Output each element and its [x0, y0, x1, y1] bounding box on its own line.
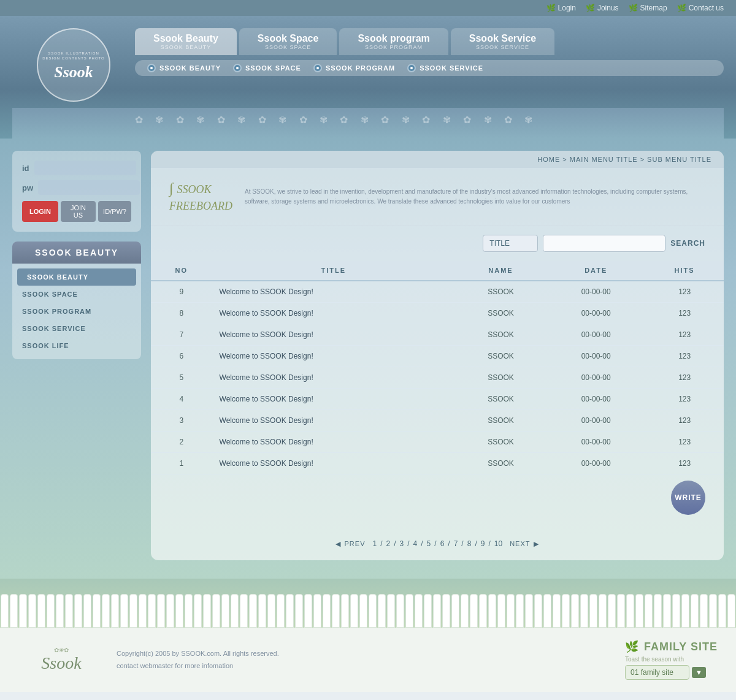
fence-post [10, 594, 18, 628]
cell-name: SSOOK [455, 453, 546, 474]
sub-nav-space[interactable]: SSOOK SPACE [233, 64, 301, 72]
sub-nav-service[interactable]: SSOOK SERVICE [407, 64, 483, 72]
fence-post [65, 594, 73, 628]
id-input[interactable] [34, 161, 136, 175]
sidebar-item-life[interactable]: SSOOK LIFE [12, 337, 141, 354]
pw-field: pw [22, 180, 131, 195]
search-button[interactable]: SEARCH [670, 239, 705, 248]
sub-nav-dot-program [313, 64, 322, 72]
cell-date: 00-00-00 [546, 303, 645, 324]
fence-post [626, 594, 634, 628]
footer-logo-area: ✿❀✿ Ssook [18, 647, 104, 673]
cell-hits: 123 [645, 367, 724, 389]
login-button[interactable]: LOGIN [22, 201, 58, 222]
sub-nav-beauty[interactable]: SSOOK BEAUTY [147, 64, 221, 72]
cell-title[interactable]: Welcome to SSOOK Design! [212, 346, 455, 367]
join-button[interactable]: JOIN US [61, 201, 96, 222]
fence-post [562, 594, 570, 628]
fence-post [672, 594, 680, 628]
fence-post [442, 594, 450, 628]
cell-date: 00-00-00 [546, 389, 645, 410]
search-select[interactable]: TITLE NAME CONTENT [483, 235, 538, 252]
next-nav[interactable]: ▶ [534, 540, 539, 548]
next-label[interactable]: NEXT [510, 540, 530, 547]
nav-tab-beauty[interactable]: Ssook Beauty SSOOK BEAUTY [135, 28, 237, 55]
page-3[interactable]: 3 [400, 539, 404, 548]
cell-hits: 123 [645, 432, 724, 453]
fence-post [497, 594, 505, 628]
logo-text: Ssook [54, 63, 93, 82]
page-10[interactable]: 10 [494, 539, 502, 548]
main-nav: Ssook Beauty SSOOK BEAUTY Ssook Space SS… [135, 22, 724, 76]
sidebar-item-beauty[interactable]: SSOOK BEAUTY [17, 268, 136, 286]
cell-hits: 123 [645, 410, 724, 432]
prev-label[interactable]: PREV [345, 540, 366, 547]
id-field: id [22, 161, 131, 175]
page-4[interactable]: 4 [413, 539, 418, 548]
top-bar: 🌿 Login 🌿 Joinus 🌿 Sitemap 🌿 Contact us [0, 0, 736, 16]
sidebar-item-program[interactable]: SSOOK PROGRAM [12, 303, 141, 320]
login-link[interactable]: 🌿 Login [546, 4, 576, 12]
joinus-link[interactable]: 🌿 Joinus [586, 4, 619, 12]
nav-tab-program[interactable]: Ssook program SSOOK PROGRAM [339, 28, 448, 55]
pw-input[interactable] [38, 180, 140, 195]
fence-post [102, 594, 110, 628]
page-9[interactable]: 9 [481, 539, 485, 548]
select-arrow-icon[interactable]: ▼ [692, 667, 706, 678]
prev-nav[interactable]: ◀ [335, 540, 341, 548]
cell-title[interactable]: Welcome to SSOOK Design! [212, 389, 455, 410]
fence-post [350, 594, 358, 628]
cell-title[interactable]: Welcome to SSOOK Design! [212, 281, 455, 303]
page-8[interactable]: 8 [467, 539, 472, 548]
fence-post [129, 594, 137, 628]
cell-no: 1 [151, 453, 212, 474]
cell-title[interactable]: Welcome to SSOOK Design! [212, 432, 455, 453]
fence-post [194, 594, 202, 628]
sidebar-item-space[interactable]: SSOOK SPACE [12, 286, 141, 303]
fence-post [139, 594, 147, 628]
fence-post [56, 594, 64, 628]
table-row: 8 Welcome to SSOOK Design! SSOOK 00-00-0… [151, 303, 724, 324]
cell-title[interactable]: Welcome to SSOOK Design! [212, 324, 455, 346]
sub-nav-program[interactable]: SSOOK PROGRAM [313, 64, 395, 72]
page-1[interactable]: 1 [372, 539, 377, 548]
cell-name: SSOOK [455, 389, 546, 410]
sidebar: id pw LOGIN JOIN US ID/PW? SSOOK BEAUTY … [12, 151, 141, 560]
fence-post [369, 594, 377, 628]
idpw-button[interactable]: ID/PW? [98, 201, 131, 222]
contact-link[interactable]: 🌿 Contact us [677, 4, 724, 12]
pagination: ◀ PREV 1 / 2 / 3 / 4 / 5 / 6 / 7 / 8 / 9… [151, 527, 724, 560]
fence-post [405, 594, 413, 628]
family-site-select[interactable]: 01 family site 02 family site 03 family … [625, 665, 689, 680]
logo-circle[interactable]: SSOOK ILLUSTRATION DESIGN CONTENTS PHOTO… [37, 28, 110, 102]
cell-hits: 123 [645, 453, 724, 474]
fence-post [387, 594, 395, 628]
page-div-8: / [475, 539, 477, 548]
sitemap-link[interactable]: 🌿 Sitemap [629, 4, 667, 12]
nav-tab-space[interactable]: Ssook Space SSOOK SPACE [239, 28, 337, 55]
fence-post [304, 594, 312, 628]
table-row: 7 Welcome to SSOOK Design! SSOOK 00-00-0… [151, 324, 724, 346]
page-2[interactable]: 2 [386, 539, 391, 548]
fence-post [691, 594, 699, 628]
family-site-title: 🌿 FAMILY SITE [625, 640, 718, 653]
page-div-2: / [394, 539, 396, 548]
cell-title[interactable]: Welcome to SSOOK Design! [212, 410, 455, 432]
cell-title[interactable]: Welcome to SSOOK Design! [212, 303, 455, 324]
cell-hits: 123 [645, 303, 724, 324]
cell-date: 00-00-00 [546, 432, 645, 453]
page-5[interactable]: 5 [427, 539, 431, 548]
cell-name: SSOOK [455, 346, 546, 367]
cell-title[interactable]: Welcome to SSOOK Design! [212, 367, 455, 389]
cell-title[interactable]: Welcome to SSOOK Design! [212, 453, 455, 474]
sidebar-item-service[interactable]: SSOOK SERVICE [12, 320, 141, 337]
fence-post [203, 594, 211, 628]
fence-post [461, 594, 469, 628]
page-7[interactable]: 7 [454, 539, 458, 548]
cell-no: 4 [151, 389, 212, 410]
fence-post [718, 594, 726, 628]
page-6[interactable]: 6 [440, 539, 445, 548]
nav-tab-service[interactable]: Ssook Service SSOOK SERVICE [451, 28, 554, 55]
search-input[interactable] [543, 235, 665, 252]
write-button[interactable]: WRITE [671, 481, 705, 515]
